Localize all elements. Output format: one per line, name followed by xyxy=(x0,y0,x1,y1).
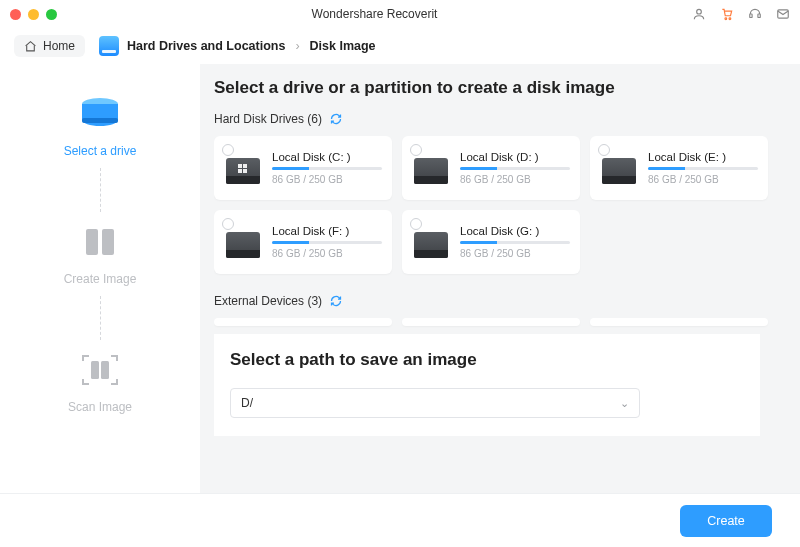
group-label: Hard Disk Drives (6) xyxy=(214,112,322,126)
chevron-down-icon: ⌄ xyxy=(620,397,629,410)
drive-card-peek xyxy=(214,318,392,326)
svg-rect-4 xyxy=(758,14,760,18)
disk-icon xyxy=(224,226,262,258)
drive-name: Local Disk (C: ) xyxy=(272,151,382,163)
cart-icon[interactable] xyxy=(720,7,734,21)
svg-point-2 xyxy=(729,18,731,20)
disk-icon xyxy=(412,226,450,258)
drive-radio[interactable] xyxy=(410,144,422,156)
breadcrumb-item[interactable]: Hard Drives and Locations xyxy=(127,39,285,53)
drive-usage-bar xyxy=(272,241,382,244)
wizard-step-select-drive[interactable]: Select a drive xyxy=(64,94,137,158)
wizard-connector xyxy=(100,296,101,340)
svg-rect-12 xyxy=(101,361,109,379)
wizard-step-scan-image[interactable]: Scan Image xyxy=(68,350,132,414)
drive-usage-text: 86 GB / 250 GB xyxy=(272,174,382,185)
content-scroll[interactable]: Select a drive or a partition to create … xyxy=(214,78,772,493)
drive-name: Local Disk (F: ) xyxy=(272,225,382,237)
home-icon xyxy=(24,40,37,53)
drive-usage-text: 86 GB / 250 GB xyxy=(460,174,570,185)
create-image-icon xyxy=(76,222,124,262)
wizard-sidebar: Select a drive Create Image Scan Image xyxy=(0,64,200,493)
create-button-label: Create xyxy=(707,514,745,528)
disk-icon xyxy=(600,152,638,184)
drive-usage-bar xyxy=(460,241,570,244)
svg-rect-8 xyxy=(82,118,118,123)
support-icon[interactable] xyxy=(748,7,762,21)
save-path-value: D/ xyxy=(241,396,253,410)
drive-usage-text: 86 GB / 250 GB xyxy=(460,248,570,259)
drive-card-peek xyxy=(402,318,580,326)
drive-name: Local Disk (G: ) xyxy=(460,225,570,237)
section-title-select-drive: Select a drive or a partition to create … xyxy=(214,78,768,98)
disk-icon xyxy=(412,152,450,184)
external-drive-grid xyxy=(214,318,768,326)
wizard-connector xyxy=(100,168,101,212)
hard-drive-grid: Local Disk (C: )86 GB / 250 GBLocal Disk… xyxy=(214,136,768,274)
drive-icon xyxy=(99,36,119,56)
home-button[interactable]: Home xyxy=(14,35,85,57)
drive-usage-bar xyxy=(648,167,758,170)
wizard-step-label: Select a drive xyxy=(64,144,137,158)
account-icon[interactable] xyxy=(692,7,706,21)
svg-rect-9 xyxy=(86,229,98,255)
drive-card[interactable]: Local Disk (G: )86 GB / 250 GB xyxy=(402,210,580,274)
svg-point-1 xyxy=(725,18,727,20)
disk-icon xyxy=(224,152,262,184)
scan-image-icon xyxy=(76,350,124,390)
section-title-select-path: Select a path to save an image xyxy=(230,350,744,370)
breadcrumb: Hard Drives and Locations › Disk Image xyxy=(99,36,376,56)
breadcrumb-separator: › xyxy=(295,39,299,53)
window-zoom-button[interactable] xyxy=(46,9,57,20)
app-title: Wondershare Recoverit xyxy=(57,7,692,21)
drive-icon xyxy=(76,94,124,134)
breadcrumb-item: Disk Image xyxy=(310,39,376,53)
window-close-button[interactable] xyxy=(10,9,21,20)
drive-name: Local Disk (D: ) xyxy=(460,151,570,163)
drive-radio[interactable] xyxy=(222,218,234,230)
drive-card[interactable]: Local Disk (D: )86 GB / 250 GB xyxy=(402,136,580,200)
drive-radio[interactable] xyxy=(222,144,234,156)
save-path-select[interactable]: D/ ⌄ xyxy=(230,388,640,418)
drive-usage-text: 86 GB / 250 GB xyxy=(648,174,758,185)
svg-rect-11 xyxy=(91,361,99,379)
refresh-icon[interactable] xyxy=(330,295,342,307)
svg-rect-3 xyxy=(750,14,752,18)
window-minimize-button[interactable] xyxy=(28,9,39,20)
refresh-icon[interactable] xyxy=(330,113,342,125)
drive-card[interactable]: Local Disk (E: )86 GB / 250 GB xyxy=(590,136,768,200)
drive-radio[interactable] xyxy=(410,218,422,230)
drive-radio[interactable] xyxy=(598,144,610,156)
group-hard-disk-drives: Hard Disk Drives (6) xyxy=(214,112,768,126)
group-external-devices: External Devices (3) xyxy=(214,294,768,308)
group-label: External Devices (3) xyxy=(214,294,322,308)
wizard-step-create-image[interactable]: Create Image xyxy=(64,222,137,286)
drive-card-peek xyxy=(590,318,768,326)
drive-usage-bar xyxy=(460,167,570,170)
drive-card[interactable]: Local Disk (C: )86 GB / 250 GB xyxy=(214,136,392,200)
drive-usage-text: 86 GB / 250 GB xyxy=(272,248,382,259)
svg-rect-10 xyxy=(102,229,114,255)
drive-card[interactable]: Local Disk (F: )86 GB / 250 GB xyxy=(214,210,392,274)
drive-usage-bar xyxy=(272,167,382,170)
mail-icon[interactable] xyxy=(776,7,790,21)
drive-name: Local Disk (E: ) xyxy=(648,151,758,163)
svg-point-0 xyxy=(697,9,702,14)
home-label: Home xyxy=(43,39,75,53)
wizard-step-label: Scan Image xyxy=(68,400,132,414)
create-button[interactable]: Create xyxy=(680,505,772,537)
wizard-step-label: Create Image xyxy=(64,272,137,286)
